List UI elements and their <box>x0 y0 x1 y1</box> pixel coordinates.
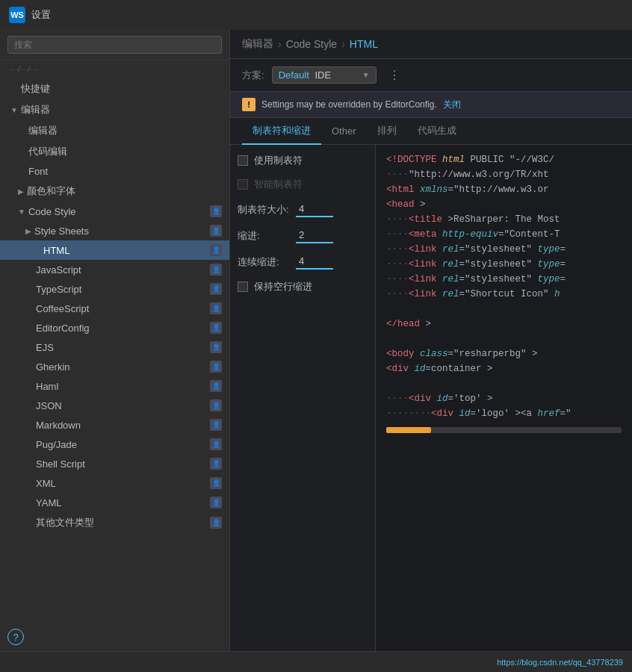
badge-icon-yaml: 👤 <box>210 497 222 508</box>
smart-tab-checkbox <box>238 179 248 190</box>
titlebar: WS 设置 <box>0 0 632 30</box>
sidebar-item-shortcuts-ellipsis: ···/···/··· <box>0 60 229 78</box>
tab-size-row: 制表符大小: <box>238 202 368 217</box>
badge-icon-typescript: 👤 <box>210 283 222 295</box>
code-line-2: <html xmlns="http://www.w3.or <box>386 182 622 197</box>
code-line-9: ····<link rel="Shortcut Icon" h <box>386 287 622 302</box>
sidebar-item-html[interactable]: HTML👤 <box>0 240 229 260</box>
sidebar-item-haml[interactable]: Haml👤 <box>0 376 229 396</box>
badge-icon-html: 👤 <box>210 244 222 256</box>
search-input[interactable] <box>7 36 222 54</box>
badge-icon-pug-jade: 👤 <box>210 438 222 450</box>
indent-input[interactable] <box>296 228 333 243</box>
sidebar-item-shell-script[interactable]: Shell Script👤 <box>0 454 229 473</box>
sidebar-item-xml[interactable]: XML👤 <box>0 473 229 493</box>
code-line-6: ····<link rel="stylesheet" type= <box>386 242 622 257</box>
keep-blank-checkbox[interactable] <box>238 281 248 292</box>
main-layout: ···/···/···快捷键▼编辑器编辑器代码编辑Font▶颜色和字体▼Code… <box>0 30 632 651</box>
sidebar-label-markdown: Markdown <box>36 420 81 431</box>
sidebar-label-typescript: TypeScript <box>36 284 81 295</box>
sidebar-items-container: ···/···/···快捷键▼编辑器编辑器代码编辑Font▶颜色和字体▼Code… <box>0 60 229 533</box>
scheme-more-button[interactable]: ⋮ <box>384 68 405 82</box>
sidebar-item-markdown[interactable]: Markdown👤 <box>0 415 229 435</box>
sidebar-label-code-style: Code Style <box>28 206 76 217</box>
tab-other[interactable]: Other <box>321 119 367 144</box>
indent-row: 缩进: <box>238 228 368 243</box>
sidebar-label-html: HTML <box>43 245 69 256</box>
keep-blank-row: 保持空行缩进 <box>238 280 368 293</box>
sidebar-item-other-types[interactable]: 其他文件类型👤 <box>0 512 229 533</box>
badge-icon-code-style: 👤 <box>210 205 222 217</box>
sidebar-label-gherkin: Gherkin <box>36 361 70 373</box>
sidebar-label-json: JSON <box>36 400 62 411</box>
code-scrollbar-thumb[interactable] <box>386 427 431 433</box>
breadcrumb-sep-0: › <box>278 38 282 50</box>
sidebar-item-style-sheets[interactable]: ▶Style Sheets👤 <box>0 221 229 240</box>
badge-icon-coffeescript: 👤 <box>210 302 222 314</box>
code-line-13: <body class="resharperbg" > <box>386 346 622 361</box>
sidebar-item-javascript[interactable]: JavaScript👤 <box>0 260 229 279</box>
chevron-icon: ▼ <box>18 208 25 216</box>
scheme-select[interactable]: Default IDE ▼ <box>272 66 377 84</box>
sidebar-item-yaml[interactable]: YAML👤 <box>0 493 229 512</box>
scheme-default: Default <box>279 69 309 81</box>
sidebar-label-shortcuts: 快捷键 <box>21 82 50 96</box>
chevron-icon: ▶ <box>18 187 24 196</box>
warning-close-link[interactable]: 关闭 <box>443 99 461 111</box>
sidebar-item-editor-group[interactable]: ▼编辑器 <box>0 99 229 120</box>
code-line-4: ····<title >ReSharper: The Most <box>386 212 622 227</box>
tab-code-gen[interactable]: 代码生成 <box>407 118 467 145</box>
sidebar-item-color-font[interactable]: ▶颜色和字体 <box>0 181 229 202</box>
use-tab-checkbox[interactable] <box>238 155 248 166</box>
sidebar-item-typescript[interactable]: TypeScript👤 <box>0 279 229 299</box>
content-area: 编辑器 › Code Style › HTML 方案: Default IDE … <box>230 30 632 651</box>
cont-indent-input[interactable] <box>296 254 333 270</box>
code-line-3: <head > <box>386 197 622 212</box>
badge-icon-xml: 👤 <box>210 477 222 489</box>
titlebar-title: 设置 <box>31 8 51 22</box>
breadcrumb-part-1: Code Style <box>286 38 337 50</box>
search-bar <box>0 30 229 60</box>
code-line-7: ····<link rel="stylesheet" type= <box>386 257 622 272</box>
sidebar-item-ejs[interactable]: EJS👤 <box>0 337 229 357</box>
statusbar-link[interactable]: https://blog.csdn.net/qq_43778239 <box>497 658 623 667</box>
sidebar-item-font[interactable]: Font <box>0 162 229 181</box>
code-line-11: </head > <box>386 317 622 332</box>
sidebar-item-gherkin[interactable]: Gherkin👤 <box>0 357 229 376</box>
sidebar-item-pug-jade[interactable]: Pug/Jade👤 <box>0 435 229 454</box>
sidebar-label-other-types: 其他文件类型 <box>36 516 94 529</box>
scheme-label: 方案: <box>242 69 264 82</box>
app-logo: WS <box>9 7 25 23</box>
tab-sort[interactable]: 排列 <box>367 118 407 145</box>
sidebar-item-editor-sub[interactable]: 编辑器 <box>0 120 229 141</box>
badge-icon-shell-script: 👤 <box>210 458 222 470</box>
help-icon[interactable]: ? <box>7 629 24 645</box>
badge-icon-markdown: 👤 <box>210 419 222 431</box>
breadcrumb-part-0: 编辑器 <box>242 37 273 51</box>
indent-label: 缩进: <box>238 229 290 243</box>
breadcrumb: 编辑器 › Code Style › HTML <box>230 30 632 59</box>
code-line-5: ····<meta http-equiv="Content-T <box>386 227 622 242</box>
code-preview: <!DOCTYPE html PUBLIC "-//W3C/ ····"http… <box>376 145 632 651</box>
code-scrollbar-track[interactable] <box>386 427 622 433</box>
sidebar-item-editorconfig[interactable]: EditorConfig👤 <box>0 318 229 337</box>
tab-tabs-indent[interactable]: 制表符和缩进 <box>242 118 321 145</box>
badge-icon-json: 👤 <box>210 399 222 411</box>
sidebar-item-shortcuts[interactable]: 快捷键 <box>0 78 229 99</box>
tab-size-label: 制表符大小: <box>238 203 290 217</box>
badge-icon-style-sheets: 👤 <box>210 225 222 237</box>
sidebar-label-color-font: 颜色和字体 <box>27 184 75 198</box>
warning-icon: ! <box>242 98 255 111</box>
tab-size-input[interactable] <box>296 202 333 217</box>
sidebar-item-code-editing[interactable]: 代码编辑 <box>0 141 229 162</box>
code-line-15 <box>386 376 622 391</box>
warning-text: Settings may be overridden by EditorConf… <box>261 99 437 110</box>
sidebar-item-json[interactable]: JSON👤 <box>0 396 229 415</box>
badge-icon-gherkin: 👤 <box>210 361 222 373</box>
chevron-icon: ▶ <box>25 227 31 235</box>
sidebar-item-code-style[interactable]: ▼Code Style👤 <box>0 202 229 221</box>
tabs-row: 制表符和缩进 Other 排列 代码生成 <box>230 118 632 145</box>
badge-icon-editorconfig: 👤 <box>210 322 222 334</box>
badge-icon-ejs: 👤 <box>210 341 222 353</box>
sidebar-item-coffeescript[interactable]: CoffeeScript👤 <box>0 299 229 318</box>
